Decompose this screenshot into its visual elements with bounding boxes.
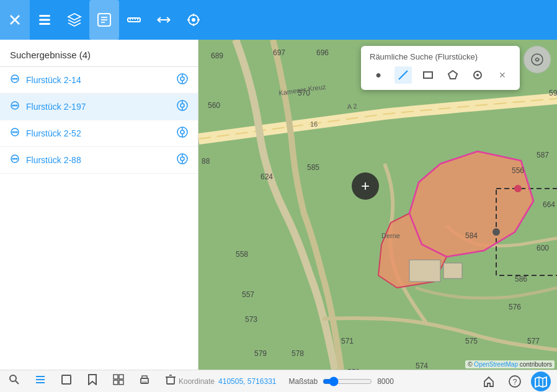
bottom-left-tools	[6, 372, 179, 391]
scale-label: Maßstab	[288, 377, 318, 386]
svg-text:557: 557	[242, 290, 254, 299]
result-navigate-icon[interactable]	[177, 100, 188, 114]
result-left: Flurstück 2-197	[10, 100, 86, 113]
svg-text:A 2: A 2	[347, 102, 357, 110]
list-button[interactable]	[32, 372, 48, 391]
result-label: Flurstück 2-197	[26, 102, 86, 112]
svg-point-20	[192, 18, 195, 22]
svg-point-50	[12, 158, 14, 160]
svg-text:664: 664	[543, 200, 555, 209]
coordinates-display: Koordinate 410505, 5716331	[179, 377, 276, 386]
bottom-right-actions: ?	[479, 372, 551, 391]
result-item[interactable]: Flurstück 2-197	[0, 94, 198, 120]
svg-text:571: 571	[341, 337, 354, 345]
result-left: Flurstück 2-14	[10, 74, 81, 86]
svg-point-65	[514, 185, 522, 192]
svg-rect-128	[142, 381, 147, 383]
svg-text:573: 573	[245, 315, 257, 324]
svg-text:578: 578	[292, 349, 304, 358]
result-label: Flurstück 2-52	[26, 128, 81, 138]
svg-point-26	[12, 78, 14, 80]
polygon-tool[interactable]	[444, 66, 461, 84]
svg-point-38	[180, 104, 184, 107]
svg-text:?: ?	[513, 378, 517, 386]
svg-text:587: 587	[537, 151, 549, 159]
result-navigate-icon[interactable]	[177, 73, 188, 87]
close-button[interactable]	[0, 0, 30, 40]
svg-point-44	[16, 131, 18, 133]
svg-point-115	[532, 54, 543, 65]
scale-slider[interactable]	[323, 376, 372, 386]
measure-button[interactable]	[119, 0, 149, 40]
result-item[interactable]: Flurstück 2-52	[0, 120, 198, 147]
result-item[interactable]: Flurstück 2-88	[0, 147, 198, 174]
svg-rect-126	[119, 380, 123, 385]
bottom-bar: Koordinate 410505, 5716331 Maßstab 8000 …	[0, 370, 557, 392]
map-add-button[interactable]: +	[352, 172, 379, 200]
scale-value: 8000	[377, 377, 394, 386]
map-bottom-button[interactable]	[531, 372, 551, 391]
result-label: Flurstück 2-88	[26, 155, 81, 165]
grid-button[interactable]	[110, 372, 127, 391]
result-navigate-icon[interactable]	[177, 127, 188, 140]
svg-point-46	[180, 130, 184, 134]
map-area[interactable]: 689 697 696 700 560 570 88 585 558 557 5…	[198, 40, 557, 370]
osm-link[interactable]: OpenStreetMap	[474, 361, 518, 368]
circle-tool[interactable]	[469, 66, 486, 84]
share-button[interactable]	[524, 46, 551, 73]
spatial-search-popup: Räumliche Suche (Flurstücke) ● ✕	[361, 46, 520, 90]
svg-point-51	[14, 158, 16, 160]
svg-text:558: 558	[236, 250, 248, 259]
svg-rect-60	[409, 260, 440, 282]
help-bottom-button[interactable]: ?	[505, 372, 525, 391]
svg-line-117	[16, 381, 19, 384]
layers-button[interactable]	[60, 0, 89, 40]
svg-point-42	[12, 131, 14, 133]
svg-rect-2	[39, 15, 50, 17]
svg-point-43	[14, 131, 16, 133]
spatial-search-tools: ● ✕	[370, 66, 511, 84]
svg-point-36	[16, 105, 18, 107]
svg-marker-100	[448, 71, 457, 79]
svg-text:88: 88	[202, 157, 210, 166]
trash-button[interactable]	[163, 372, 179, 391]
locate-button[interactable]	[179, 0, 208, 40]
svg-text:576: 576	[509, 303, 521, 311]
menu-button[interactable]	[30, 0, 60, 40]
result-left: Flurstück 2-88	[10, 154, 81, 166]
line-tool[interactable]	[394, 66, 412, 84]
svg-marker-122	[89, 375, 96, 385]
result-item[interactable]: Flurstück 2-14	[0, 67, 198, 94]
bookmark-bottom-button[interactable]	[84, 372, 100, 391]
top-toolbar	[0, 0, 557, 40]
svg-text:697: 697	[273, 48, 285, 57]
rectangle-tool[interactable]	[419, 66, 437, 84]
svg-text:16: 16	[310, 120, 318, 128]
coord-value: 410505, 5716331	[218, 377, 276, 386]
svg-text:624: 624	[261, 172, 273, 181]
svg-point-30	[180, 77, 184, 81]
svg-marker-134	[535, 377, 546, 387]
spatial-search-title: Räumliche Suche (Flurstücke)	[370, 52, 511, 61]
svg-point-28	[16, 78, 18, 80]
svg-rect-9	[128, 18, 140, 22]
svg-text:575: 575	[465, 337, 478, 345]
frame-button[interactable]	[58, 372, 74, 391]
search-active-button[interactable]	[89, 0, 119, 40]
sidebar: Suchergebnisse (4) Flurstück 2-14 Flurst…	[0, 40, 198, 370]
sidebar-title: Suchergebnisse (4)	[0, 40, 198, 67]
search-bottom-button[interactable]	[6, 372, 22, 391]
print-button[interactable]	[136, 372, 153, 391]
svg-text:579: 579	[254, 349, 267, 358]
home-bottom-button[interactable]	[479, 372, 499, 391]
svg-rect-61	[443, 263, 462, 278]
extent-button[interactable]	[149, 0, 179, 40]
svg-rect-3	[39, 19, 50, 21]
point-tool[interactable]: ●	[370, 66, 387, 84]
result-navigate-icon[interactable]	[177, 153, 188, 167]
result-label: Flurstück 2-14	[26, 75, 81, 85]
coord-label: Koordinate	[179, 377, 215, 386]
spatial-search-close[interactable]: ✕	[494, 66, 511, 84]
svg-point-63	[492, 228, 500, 236]
svg-text:560: 560	[208, 101, 220, 110]
